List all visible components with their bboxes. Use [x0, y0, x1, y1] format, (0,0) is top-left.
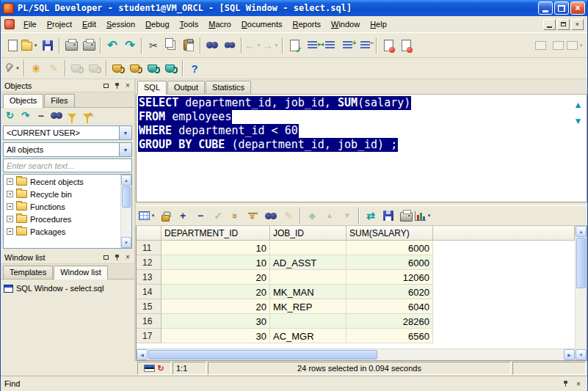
grid-row[interactable]: 1730AC_MGR6560 — [137, 329, 575, 343]
horizontal-scrollbar[interactable]: ◀ ▶ — [137, 348, 575, 360]
indent-button[interactable] — [303, 37, 321, 54]
mdi-close-button[interactable]: × — [571, 19, 584, 30]
find-bar[interactable]: Find × — [1, 376, 587, 391]
grid-row[interactable]: 132012060 — [137, 270, 575, 285]
open-file-button[interactable]: ▾ — [21, 37, 39, 54]
print-button[interactable] — [62, 37, 80, 54]
search-input[interactable] — [4, 159, 131, 172]
pin-panel-button[interactable] — [112, 81, 122, 90]
expand-icon[interactable]: + — [7, 178, 13, 185]
scrollbar-thumb[interactable] — [148, 350, 377, 359]
column-header-job-id[interactable]: JOB_ID — [270, 226, 346, 241]
save-results-button[interactable] — [380, 207, 397, 224]
next-statement-button[interactable] — [573, 117, 583, 126]
copy-button[interactable] — [162, 37, 180, 54]
job-id-cell[interactable] — [270, 241, 346, 255]
new-document-button[interactable] — [4, 37, 21, 54]
tree-item-procedures[interactable]: +Procedures — [4, 213, 120, 225]
tab-window-list[interactable]: Window list — [54, 266, 108, 279]
grid-options-button[interactable]: ▾ — [139, 207, 156, 224]
job-id-cell[interactable]: MK_MAN — [270, 285, 346, 299]
find-button[interactable] — [203, 37, 221, 54]
tile-windows-button[interactable] — [549, 37, 567, 54]
dropdown-arrow-icon[interactable]: ▾ — [273, 43, 280, 48]
tree-scrollbar[interactable]: ▲ ▼ — [120, 175, 131, 248]
save-button[interactable] — [39, 37, 57, 54]
insert-record-button[interactable]: + — [174, 207, 192, 224]
find-object-button[interactable] — [49, 109, 63, 123]
dropdown-arrow-icon[interactable]: ▾ — [255, 43, 262, 48]
float-panel-button[interactable] — [101, 81, 111, 90]
sum-salary-cell[interactable]: 6020 — [346, 285, 433, 299]
new-test-window-button[interactable] — [127, 59, 145, 77]
tree-item-recycle-bin[interactable]: +Recycle bin — [4, 188, 120, 200]
restore-button[interactable] — [554, 1, 569, 15]
scrollbar-thumb[interactable] — [576, 238, 586, 288]
scrollbar-track[interactable] — [148, 349, 564, 360]
sum-salary-cell[interactable]: 12060 — [346, 270, 433, 285]
expand-icon[interactable]: + — [7, 203, 13, 210]
sort-ascending-button[interactable]: ▲ — [321, 207, 338, 224]
tab-templates[interactable]: Templates — [3, 266, 53, 279]
chart-window-button[interactable]: ▾ — [415, 207, 432, 224]
sum-salary-cell[interactable]: 6000 — [346, 241, 433, 255]
tree-item-packages[interactable]: +Packages — [4, 225, 120, 238]
lock-record-button[interactable] — [156, 207, 174, 224]
job-id-cell[interactable]: MK_REP — [270, 299, 346, 314]
mdi-restore-button[interactable] — [557, 19, 570, 30]
user-selector[interactable]: <CURRENT USER> ▼ — [3, 125, 132, 140]
refresh-status-icon[interactable]: ↻ — [157, 365, 164, 373]
minimize-button[interactable] — [538, 1, 553, 15]
menu-item-file[interactable]: File — [18, 18, 42, 31]
float-panel-button[interactable] — [101, 252, 111, 262]
tab-statistics[interactable]: Statistics — [206, 81, 251, 94]
vertical-scrollbar[interactable]: ▲ ▼ — [575, 226, 587, 360]
sum-salary-cell[interactable]: 6560 — [346, 329, 433, 343]
scroll-down-button[interactable]: ▼ — [121, 237, 131, 248]
sort-descending-button[interactable]: ▼ — [338, 207, 356, 224]
pin-panel-button[interactable] — [112, 252, 122, 262]
scroll-right-button[interactable]: ▶ — [564, 349, 575, 360]
tab-sql[interactable]: SQL — [137, 81, 167, 95]
compile-button[interactable] — [397, 37, 415, 54]
scrollbar-track[interactable] — [121, 186, 131, 237]
department-id-cell[interactable]: 20 — [161, 299, 270, 314]
delete-record-button[interactable]: − — [192, 207, 209, 224]
collapse-all-button[interactable]: − — [34, 109, 48, 123]
navigate-forward-button[interactable]: →▾ — [262, 37, 280, 54]
navigate-back-button[interactable]: ←▾ — [244, 37, 262, 54]
print-results-button[interactable] — [397, 207, 415, 224]
unindent-button[interactable] — [321, 37, 338, 54]
column-header-sum-salary[interactable]: SUM(SALARY) — [346, 226, 433, 241]
window-list-item[interactable]: SQL Window - select.sql — [4, 282, 131, 295]
close-button[interactable]: × — [570, 1, 585, 15]
scroll-up-button[interactable]: ▲ — [121, 175, 131, 186]
pin-find-button[interactable] — [560, 379, 570, 389]
previous-statement-button[interactable] — [573, 101, 583, 110]
help-button[interactable]: ? — [186, 59, 203, 77]
column-header-department-id[interactable]: DEPARTMENT_ID — [161, 226, 270, 241]
menu-item-window[interactable]: Window — [326, 18, 365, 31]
redo-button[interactable]: ↷ — [121, 37, 139, 54]
fetch-last-page-button[interactable]: » — [244, 207, 262, 224]
cut-button[interactable]: ✂ — [145, 37, 162, 54]
sql-editor[interactable]: SELECT department_id, job_id, SUM(salary… — [136, 95, 587, 202]
job-id-cell[interactable]: AD_ASST — [270, 255, 346, 270]
department-id-cell[interactable]: 10 — [161, 255, 270, 270]
chevron-down-icon[interactable]: ▼ — [119, 126, 131, 139]
titlebar[interactable]: PL/SQL Developer - student1@VM_ORCL - [S… — [1, 0, 587, 16]
post-changes-button[interactable]: ✓ — [209, 207, 227, 224]
menu-item-edit[interactable]: Edit — [77, 18, 101, 31]
tab-output[interactable]: Output — [167, 81, 205, 94]
department-id-cell[interactable]: 20 — [161, 270, 270, 285]
refresh-object-button[interactable]: ↷ — [18, 109, 32, 123]
grid-row[interactable]: 11106000 — [137, 241, 575, 255]
scroll-left-button[interactable]: ◀ — [137, 349, 148, 360]
dropdown-arrow-icon[interactable]: ▾ — [578, 43, 584, 48]
close-find-button[interactable]: × — [573, 379, 584, 389]
edit-record-button[interactable]: ✎ — [280, 207, 297, 224]
uncomment-button[interactable] — [356, 37, 374, 54]
close-panel-button[interactable]: × — [123, 252, 133, 262]
department-id-cell[interactable]: 20 — [161, 285, 270, 299]
new-report-window-button[interactable] — [162, 59, 180, 77]
